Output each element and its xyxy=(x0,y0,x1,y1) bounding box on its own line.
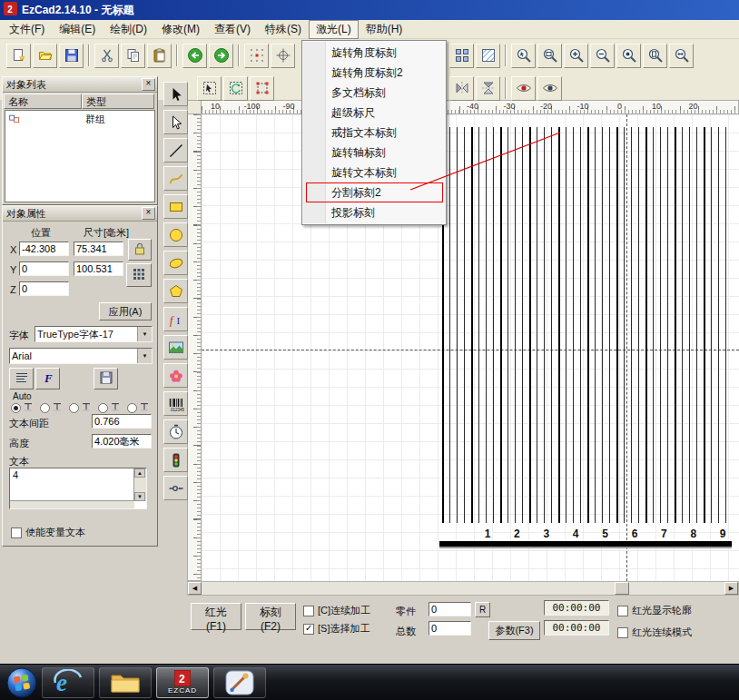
bitmap-tool-button[interactable] xyxy=(163,335,188,360)
scroll-right-icon[interactable]: ▶ xyxy=(724,582,738,595)
column-header-name[interactable]: 名称 xyxy=(4,94,82,109)
menubar-item-1[interactable]: 文件(F) xyxy=(2,20,52,39)
x-size-input[interactable] xyxy=(74,242,123,256)
marquee-node-button[interactable] xyxy=(250,76,274,101)
object-row[interactable]: 群组 xyxy=(5,111,154,127)
scale-ruler-object[interactable]: 123456789 xyxy=(442,127,731,547)
line-tool-button[interactable] xyxy=(163,138,188,163)
array-copy-button[interactable] xyxy=(449,44,474,68)
text-content-area[interactable]: 4 ▲▼ xyxy=(9,468,147,509)
text-horizontal-scrollbar[interactable] xyxy=(10,500,134,508)
close-icon[interactable]: × xyxy=(142,78,155,91)
align-baseline-radio[interactable] xyxy=(127,403,137,413)
enable-variable-text-checkbox[interactable] xyxy=(11,527,22,538)
scrollbar-thumb[interactable] xyxy=(615,582,629,595)
font-list-button[interactable] xyxy=(9,368,34,389)
menubar-item-2[interactable]: 编辑(E) xyxy=(52,20,103,39)
node-edit-tool-button[interactable] xyxy=(163,110,188,134)
font-type-select[interactable]: TrueType字体-17 ▼ xyxy=(34,326,153,342)
object-list-body[interactable]: 群组 xyxy=(5,110,155,202)
z-position-input[interactable] xyxy=(19,281,69,296)
show-contour-checkbox[interactable] xyxy=(617,606,628,616)
timer-tool-button[interactable] xyxy=(163,419,188,444)
paste-button[interactable] xyxy=(147,44,172,68)
menubar-item-6[interactable]: 特殊(S) xyxy=(258,20,309,39)
chevron-down-icon[interactable]: ▼ xyxy=(137,327,152,341)
save-default-button[interactable] xyxy=(94,368,118,389)
menubar-item-7[interactable]: 激光(L) xyxy=(309,20,359,39)
ellipse-tool-button[interactable] xyxy=(163,251,188,275)
design-app-taskbar-button[interactable] xyxy=(213,667,266,698)
menubar-item-8[interactable]: 帮助(H) xyxy=(359,20,410,39)
text-tool-button[interactable]: fI xyxy=(163,307,188,331)
x-position-input[interactable] xyxy=(19,242,69,256)
zoom-select-button[interactable] xyxy=(511,44,536,68)
start-button[interactable] xyxy=(2,665,42,700)
scroll-down-icon[interactable]: ▼ xyxy=(134,492,145,501)
scroll-up-icon[interactable]: ▲ xyxy=(134,468,145,478)
height-input[interactable] xyxy=(92,434,152,449)
zoom-page-button[interactable] xyxy=(643,44,667,68)
mirror-horizontal-button[interactable] xyxy=(476,76,500,101)
laser-menu-item-5[interactable]: 戒指文本标刻 xyxy=(302,123,446,143)
mark-button[interactable]: 标刻(F2) xyxy=(245,603,296,630)
menubar-item-4[interactable]: 修改(M) xyxy=(154,20,207,39)
font-select-button[interactable]: F xyxy=(35,368,60,389)
laser-menu-item-1[interactable]: 旋转角度标刻 xyxy=(302,43,446,63)
red-light-button[interactable]: 红光(F1) xyxy=(191,603,241,630)
crosshair-button[interactable] xyxy=(271,44,295,68)
zoom-extents-button[interactable] xyxy=(616,44,641,68)
align-center-radio[interactable] xyxy=(69,403,79,413)
spline-tool-button[interactable] xyxy=(163,166,188,191)
laser-menu-item-8[interactable]: 分割标刻2 xyxy=(302,182,446,202)
part-count-input[interactable] xyxy=(429,602,471,616)
y-position-input[interactable] xyxy=(19,261,69,276)
marquee-select-button[interactable] xyxy=(197,76,222,101)
zoom-out-button[interactable] xyxy=(590,44,615,68)
column-header-type[interactable]: 类型 xyxy=(82,94,154,109)
new-button[interactable] xyxy=(6,44,31,68)
chevron-down-icon[interactable]: ▼ xyxy=(137,349,152,363)
input-port-tool-button[interactable] xyxy=(163,476,188,500)
copy-button[interactable] xyxy=(121,44,145,68)
zoom-in-button[interactable] xyxy=(564,44,588,68)
output-port-tool-button[interactable] xyxy=(163,448,188,472)
reset-count-button[interactable]: R xyxy=(475,602,490,617)
align-auto-radio[interactable] xyxy=(11,403,21,413)
explorer-taskbar-button[interactable] xyxy=(99,667,152,698)
back-button[interactable] xyxy=(182,44,207,68)
menubar-item-3[interactable]: 绘制(D) xyxy=(103,20,154,39)
y-size-input[interactable] xyxy=(74,261,123,276)
cut-button[interactable] xyxy=(94,44,119,68)
polygon-tool-button[interactable] xyxy=(163,279,188,303)
mirror-vertical-button[interactable] xyxy=(449,76,474,101)
zoom-window-button[interactable] xyxy=(537,44,562,68)
menubar-item-5[interactable]: 查看(V) xyxy=(207,20,258,39)
char-space-input[interactable] xyxy=(92,414,152,429)
barcode-tool-button[interactable]: 012345 xyxy=(163,391,188,416)
select-arrow-tool-button[interactable] xyxy=(163,82,188,106)
circle-tool-button[interactable] xyxy=(163,222,188,247)
laser-menu-item-4[interactable]: 超级标尺 xyxy=(302,103,446,123)
zoom-all-button[interactable] xyxy=(669,44,694,68)
laser-menu-item-7[interactable]: 旋转文本标刻 xyxy=(302,163,446,182)
laser-menu-item-2[interactable]: 旋转角度标刻2 xyxy=(302,63,446,83)
continuous-checkbox[interactable] xyxy=(303,606,314,616)
ezcad-taskbar-button[interactable]: 2 EZCAD xyxy=(156,667,209,698)
select-process-checkbox[interactable] xyxy=(303,624,314,635)
preview-show-button[interactable] xyxy=(537,76,562,101)
preview-red-button[interactable] xyxy=(511,76,536,101)
total-count-input[interactable] xyxy=(429,621,471,636)
save-button[interactable] xyxy=(59,44,84,68)
ie-taskbar-button[interactable]: e xyxy=(42,667,94,698)
apply-button[interactable]: 应用(A) xyxy=(99,302,152,320)
text-vertical-scrollbar[interactable]: ▲▼ xyxy=(133,468,146,501)
red-continuous-checkbox[interactable] xyxy=(617,627,628,638)
laser-menu-item-6[interactable]: 旋转轴标刻 xyxy=(302,143,446,163)
scroll-left-icon[interactable]: ◀ xyxy=(188,582,202,595)
font-name-select[interactable]: Arial ▼ xyxy=(9,348,153,364)
marquee-rotate-button[interactable] xyxy=(223,76,248,101)
align-right-radio[interactable] xyxy=(98,403,108,413)
rectangle-tool-button[interactable] xyxy=(163,194,188,219)
canvas-horizontal-scrollbar[interactable]: ◀ ▶ xyxy=(187,581,739,596)
